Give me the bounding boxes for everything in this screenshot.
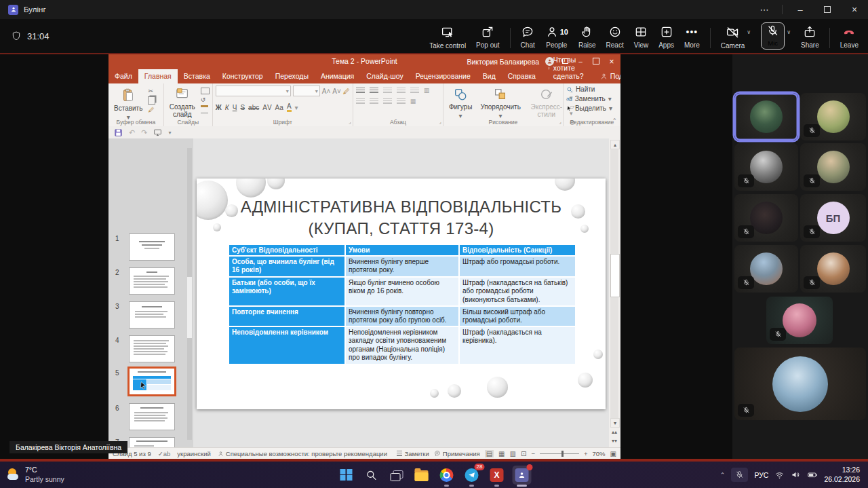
quick-styles-button[interactable]: Экспресс-стили: [526, 86, 567, 119]
participant-tile[interactable]: [800, 143, 866, 191]
collapse-ribbon-icon[interactable]: ⌃: [612, 117, 617, 124]
new-slide-button[interactable]: Создать слайд: [167, 86, 198, 119]
reading-view-icon[interactable]: ▥: [510, 450, 516, 457]
zoom-slider[interactable]: [540, 453, 579, 454]
reset-icon[interactable]: ↺: [201, 96, 210, 103]
underline-button[interactable]: Ч: [233, 104, 237, 111]
notes-button[interactable]: Заметки: [397, 450, 429, 457]
accessibility-status[interactable]: Специальные возможности: проверьте реком…: [218, 450, 387, 457]
text-direction-icon[interactable]: ▥: [424, 87, 430, 94]
bullets-icon[interactable]: [356, 88, 365, 94]
zoom-out-icon[interactable]: −: [531, 450, 535, 457]
task-view-button[interactable]: [387, 466, 406, 485]
shrink-font-icon[interactable]: А˅: [332, 88, 341, 95]
format-painter-icon[interactable]: 🖉: [148, 107, 155, 113]
participant-tile-active-speaker[interactable]: [734, 93, 798, 140]
tab-slideshow[interactable]: Слайд-шоу: [360, 69, 409, 83]
clock[interactable]: 13:26 26.02.2026: [824, 466, 860, 484]
slide-canvas[interactable]: АДМІНІСТРАТИВНА ВІДПОВІДАЛЬНІСТЬ (КУПАП,…: [197, 179, 606, 409]
comments-button[interactable]: Примечания: [434, 450, 480, 457]
keyboard-language[interactable]: РУС: [754, 471, 768, 479]
take-control-button[interactable]: Take control: [429, 22, 466, 50]
align-left-icon[interactable]: [356, 98, 365, 105]
previous-slide-icon[interactable]: ▴▴: [610, 428, 618, 436]
minimize-button[interactable]: –: [787, 0, 814, 19]
section-icon[interactable]: [201, 105, 208, 113]
fit-to-window-icon[interactable]: ▣: [610, 450, 616, 457]
strikethrough-button[interactable]: S: [240, 104, 245, 111]
arrange-button[interactable]: Упорядочить▾: [477, 86, 524, 121]
scroll-up-icon[interactable]: ▴: [610, 140, 620, 149]
editor-scrollbar[interactable]: ▴ ▾ ▴▴ ▾▾: [609, 138, 620, 447]
tab-view[interactable]: Вид: [477, 69, 502, 83]
copy-icon[interactable]: [148, 96, 155, 105]
scroll-down-icon[interactable]: ▾: [610, 418, 620, 428]
tab-transitions[interactable]: Переходы: [269, 69, 315, 83]
view-button[interactable]: View: [634, 22, 649, 49]
clear-format-icon[interactable]: 🖉: [343, 88, 350, 95]
abc-button[interactable]: abc: [248, 104, 259, 111]
font-size-combo[interactable]: ▾: [293, 86, 320, 96]
participant-tile[interactable]: [734, 245, 798, 293]
next-slide-icon[interactable]: ▾▾: [610, 436, 618, 445]
leave-button[interactable]: Leave: [840, 22, 859, 49]
redo-icon[interactable]: ↷: [141, 128, 147, 137]
participant-tile-wide[interactable]: [734, 348, 866, 420]
camera-options-chevron-icon[interactable]: ∨: [747, 29, 751, 35]
line-spacing-icon[interactable]: [410, 88, 419, 94]
zoom-level[interactable]: 70%: [593, 450, 606, 457]
start-slideshow-icon[interactable]: [153, 128, 162, 137]
raise-hand-button[interactable]: Raise: [578, 22, 596, 49]
volume-icon[interactable]: [791, 470, 801, 480]
pop-out-button[interactable]: Pop out: [476, 22, 499, 49]
thumbnail-scrollbar[interactable]: [187, 148, 192, 440]
share-button[interactable]: Share: [801, 22, 819, 49]
justify-icon[interactable]: [397, 98, 406, 105]
ppt-restore-button[interactable]: [591, 58, 601, 66]
italic-button[interactable]: К: [225, 104, 229, 111]
participant-tile[interactable]: [800, 93, 866, 140]
file-explorer-button[interactable]: [412, 466, 431, 485]
indent-increase-icon[interactable]: [397, 88, 406, 94]
shapes-button[interactable]: Фигуры▾: [446, 86, 475, 121]
align-right-icon[interactable]: [383, 98, 392, 105]
paragraph-dialog-launcher-icon[interactable]: ⌟: [439, 119, 441, 125]
slide-thumbnail-5-selected[interactable]: [129, 368, 175, 395]
react-button[interactable]: React: [606, 22, 624, 49]
slide-sorter-view-icon[interactable]: ▦: [498, 450, 505, 457]
zoom-in-icon[interactable]: +: [584, 450, 588, 457]
replace-button[interactable]: ab̲ Заменить▾: [566, 95, 612, 102]
tab-insert[interactable]: Вставка: [178, 69, 216, 83]
ppt-minimize-button[interactable]: –: [576, 58, 585, 65]
tab-design[interactable]: Конструктор: [216, 69, 269, 83]
tray-chevron-icon[interactable]: ⌃: [720, 472, 726, 478]
participant-tile[interactable]: [734, 143, 798, 191]
wifi-icon[interactable]: [774, 470, 785, 480]
telegram-button[interactable]: 28: [462, 466, 481, 485]
tray-mic-muted-icon[interactable]: [731, 468, 748, 482]
scrollbar-thumb[interactable]: [610, 254, 620, 297]
select-button[interactable]: Выделить▾: [566, 105, 612, 112]
spellcheck-icon[interactable]: ✓ab: [158, 450, 171, 457]
change-case-button[interactable]: Аа: [275, 104, 283, 111]
more-button[interactable]: ••• More: [684, 22, 700, 49]
paste-button[interactable]: Вставить▾: [111, 86, 145, 122]
participant-tile[interactable]: [800, 245, 866, 293]
weather-widget[interactable]: 7°C Partly sunny: [7, 466, 64, 483]
participant-tile-initials[interactable]: БП: [800, 194, 866, 242]
battery-icon[interactable]: [807, 470, 818, 480]
teams-app-button[interactable]: [513, 466, 532, 485]
layout-icon[interactable]: [201, 88, 210, 94]
slide-thumbnail-6[interactable]: [129, 403, 175, 430]
chat-button[interactable]: Chat: [521, 22, 535, 49]
slide-thumbnail-2[interactable]: [129, 267, 175, 295]
titlebar-more-icon[interactable]: ⋯: [751, 0, 778, 19]
bold-button[interactable]: Ж: [216, 104, 222, 111]
participant-tile[interactable]: [734, 194, 798, 242]
undo-icon[interactable]: ↶: [129, 128, 135, 137]
slide-thumbnail-3[interactable]: [129, 301, 175, 329]
numbering-icon[interactable]: [370, 88, 378, 94]
save-icon[interactable]: [114, 128, 123, 137]
tab-file[interactable]: Файл: [108, 69, 138, 83]
ppt-share-button[interactable]: Поделиться: [593, 69, 620, 83]
